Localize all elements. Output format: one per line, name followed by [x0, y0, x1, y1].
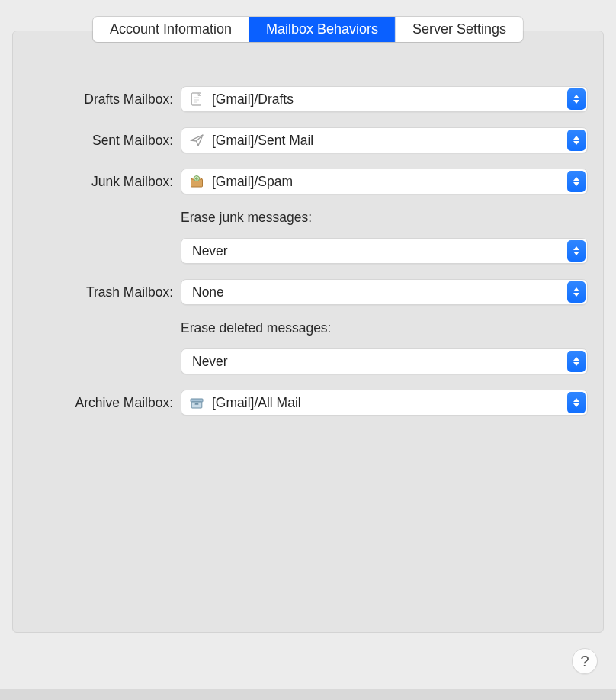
erase-deleted-value: Never [192, 354, 561, 370]
trash-mailbox-popup[interactable]: None [181, 279, 588, 305]
settings-panel: Drafts Mailbox: [Gmail]/Drafts [12, 31, 604, 633]
updown-icon [567, 130, 586, 151]
archive-box-icon [189, 395, 204, 410]
svg-rect-9 [191, 402, 202, 408]
updown-icon [567, 171, 586, 192]
svg-rect-8 [191, 399, 203, 402]
archive-mailbox-popup[interactable]: [Gmail]/All Mail [181, 390, 588, 416]
label-sent: Sent Mailbox: [28, 133, 181, 149]
tab-account-information[interactable]: Account Information [93, 17, 249, 42]
erase-deleted-popup[interactable]: Never [181, 348, 588, 374]
updown-icon [567, 240, 586, 262]
label-drafts: Drafts Mailbox: [28, 92, 181, 108]
updown-icon [567, 88, 586, 110]
tab-bar: Account Information Mailbox Behaviors Se… [93, 17, 523, 42]
junk-value: [Gmail]/Spam [212, 174, 561, 190]
junk-box-icon [189, 174, 204, 189]
sent-mailbox-popup[interactable]: [Gmail]/Sent Mail [181, 127, 588, 153]
archive-value: [Gmail]/All Mail [212, 395, 561, 411]
row-erase-deleted-label: Erase deleted messages: [28, 320, 588, 339]
paper-plane-icon [189, 133, 204, 148]
sent-value: [Gmail]/Sent Mail [212, 133, 561, 149]
trash-value: None [192, 284, 561, 300]
label-erase-junk: Erase junk messages: [181, 210, 588, 229]
row-drafts: Drafts Mailbox: [Gmail]/Drafts [28, 86, 588, 112]
row-erase-deleted: Never [28, 348, 588, 374]
help-button[interactable]: ? [572, 648, 598, 674]
updown-icon [567, 392, 586, 413]
drafts-value: [Gmail]/Drafts [212, 92, 561, 108]
drafts-mailbox-popup[interactable]: [Gmail]/Drafts [181, 86, 588, 112]
label-trash: Trash Mailbox: [28, 284, 181, 300]
tab-server-settings[interactable]: Server Settings [396, 17, 523, 42]
updown-icon [567, 351, 586, 372]
row-junk: Junk Mailbox: [Gmail]/Spam [28, 169, 588, 194]
row-erase-junk-label: Erase junk messages: [28, 210, 588, 229]
junk-mailbox-popup[interactable]: [Gmail]/Spam [181, 169, 588, 194]
label-erase-deleted: Erase deleted messages: [181, 320, 588, 339]
row-trash: Trash Mailbox: None [28, 279, 588, 305]
label-archive: Archive Mailbox: [28, 395, 181, 411]
footer-strip [0, 689, 616, 700]
erase-junk-popup[interactable]: Never [181, 238, 588, 264]
erase-junk-value: Never [192, 243, 561, 259]
label-junk: Junk Mailbox: [28, 174, 181, 190]
drafts-icon [189, 92, 204, 107]
svg-rect-10 [195, 403, 199, 405]
row-sent: Sent Mailbox: [Gmail]/Sent Mail [28, 127, 588, 153]
form-area: Drafts Mailbox: [Gmail]/Drafts [28, 86, 588, 431]
row-archive: Archive Mailbox: [Gmail]/All Mail [28, 390, 588, 416]
row-erase-junk: Never [28, 238, 588, 264]
tab-mailbox-behaviors[interactable]: Mailbox Behaviors [249, 17, 396, 42]
updown-icon [567, 281, 586, 303]
